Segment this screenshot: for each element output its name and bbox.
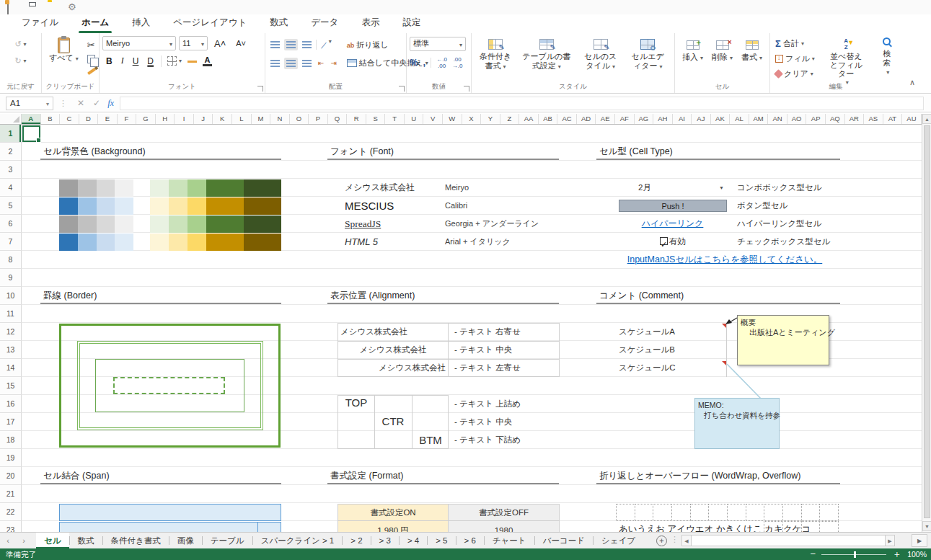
bg-swatch-cell[interactable]	[115, 179, 133, 197]
sheet-tab-9[interactable]: > 4	[400, 533, 427, 548]
wordwrap-empty-cell[interactable]	[671, 504, 691, 521]
checkbox-cell[interactable]: 有効	[660, 233, 686, 251]
wordwrap-empty-cell[interactable]	[801, 504, 821, 521]
bg-swatch-cell[interactable]	[169, 197, 187, 215]
scroll-left-icon[interactable]: ◀	[682, 535, 691, 546]
scroll-up-icon[interactable]: ▲	[922, 114, 931, 124]
bg-swatch-cell[interactable]	[187, 197, 206, 215]
comment-note-blue[interactable]: MEMO: 打ち合わせ資料を持参	[694, 398, 780, 449]
bg-swatch-cell[interactable]	[115, 234, 133, 251]
prev-sheet-icon[interactable]: ‹	[0, 533, 16, 548]
sheet-tab-1[interactable]: セル	[36, 533, 69, 548]
bg-swatch-cell[interactable]	[169, 234, 187, 251]
zoom-slider-thumb[interactable]	[854, 551, 856, 558]
bg-swatch-cell[interactable]	[150, 234, 169, 251]
zoom-in-icon[interactable]: ＋	[892, 549, 901, 559]
sheet-tab-7[interactable]: > 2	[343, 533, 370, 548]
valign-bottom-cell[interactable]: BTM	[413, 433, 448, 451]
sheet-tab-8[interactable]: > 3	[371, 533, 399, 548]
wordwrap-empty-cell[interactable]	[819, 504, 839, 521]
halign-left-cell[interactable]: メシウス株式会社	[340, 323, 446, 341]
halign-center-cell[interactable]: メシウス株式会社	[340, 341, 446, 359]
schedule-c-cell[interactable]: スケジュールC	[619, 359, 676, 377]
wordwrap-empty-cell[interactable]	[764, 504, 783, 521]
bg-swatch-cell[interactable]	[59, 234, 78, 251]
font-sample-calibri[interactable]: MESCIUS	[345, 197, 394, 215]
wordwrap-empty-cell[interactable]	[635, 504, 654, 521]
merged-span-cell[interactable]	[59, 504, 281, 521]
vertical-scroll-thumb[interactable]	[924, 125, 930, 518]
sheet-tab-6[interactable]: スパークライン > 1	[253, 533, 343, 548]
sheet-tab-12[interactable]: チャート	[485, 533, 534, 548]
sheet-tab-11[interactable]: > 6	[456, 533, 484, 548]
bg-swatch-cell[interactable]	[244, 234, 281, 251]
bg-swatch-cell[interactable]	[169, 179, 187, 197]
horizontal-scrollbar[interactable]: ◀ ▶	[681, 535, 895, 546]
inputmanjs-link[interactable]: InputManJSセルはこちらを参照してください。	[606, 251, 844, 269]
bg-swatch-cell[interactable]	[97, 179, 115, 197]
bg-swatch-cell[interactable]	[115, 197, 133, 215]
font-sample-georgia[interactable]: SpreadJS	[345, 215, 381, 233]
schedule-b-cell[interactable]: スケジュールB	[619, 341, 675, 359]
wordwrap-empty-cell[interactable]	[708, 504, 728, 521]
format-on-value-cell[interactable]: 1,980 円	[337, 520, 449, 532]
next-sheet-icon[interactable]: ›	[16, 533, 32, 548]
combo-dropdown-icon[interactable]: ▼	[719, 185, 724, 190]
horizontal-scroll-thumb[interactable]	[691, 535, 886, 546]
combo-cell-value[interactable]: 2月	[638, 179, 651, 197]
comment-indicator-icon[interactable]	[722, 324, 726, 328]
zoom-level[interactable]: 100%	[907, 550, 927, 559]
zoom-slider[interactable]	[821, 554, 886, 555]
scroll-right-icon[interactable]: ▶	[886, 535, 894, 546]
bg-swatch-cell[interactable]	[59, 179, 78, 197]
tab-splitter-icon[interactable]: ⋮	[671, 535, 679, 544]
sheet-tab-2[interactable]: 数式	[70, 533, 102, 548]
wordwrap-empty-cell[interactable]	[653, 504, 672, 521]
bg-swatch-cell[interactable]	[187, 234, 206, 251]
bg-swatch-cell[interactable]	[150, 179, 169, 197]
valign-top-cell[interactable]: TOP	[339, 396, 374, 414]
bg-swatch-cell[interactable]	[150, 197, 169, 215]
tab-scroll-right-icon[interactable]: ▶	[912, 534, 927, 547]
span-cell[interactable]	[59, 522, 258, 532]
zoom-out-icon[interactable]: −	[811, 549, 816, 559]
sheet-tab-4[interactable]: 画像	[169, 533, 202, 548]
bg-swatch-cell[interactable]	[78, 234, 97, 251]
wordwrap-empty-cell[interactable]	[690, 504, 710, 521]
bg-swatch-cell[interactable]	[78, 197, 97, 215]
bg-swatch-cell[interactable]	[97, 215, 115, 233]
wordwrap-empty-cell[interactable]	[782, 504, 802, 521]
comment-indicator-icon[interactable]	[722, 361, 726, 365]
bg-swatch-cell[interactable]	[78, 179, 97, 197]
add-sheet-icon[interactable]: +	[656, 535, 667, 546]
comment-note-yellow[interactable]: 概要 出版社Aとミーティング	[737, 315, 829, 365]
schedule-a-cell[interactable]: スケジュールA	[619, 323, 675, 341]
span-cell[interactable]	[257, 522, 281, 532]
bg-swatch-cell[interactable]	[244, 215, 281, 233]
bg-swatch-cell[interactable]	[206, 179, 244, 197]
format-off-header-cell[interactable]: 書式設定OFF	[448, 504, 560, 521]
bg-swatch-cell[interactable]	[187, 179, 206, 197]
sheet-tab-5[interactable]: テーブル	[203, 533, 252, 548]
bg-swatch-cell[interactable]	[59, 197, 78, 215]
push-button-cell[interactable]: Push !	[619, 200, 727, 212]
bg-swatch-cell[interactable]	[115, 215, 133, 233]
bg-swatch-cell[interactable]	[206, 197, 244, 215]
wordwrap-empty-cell[interactable]	[727, 504, 746, 521]
format-on-header-cell[interactable]: 書式設定ON	[337, 504, 449, 521]
halign-right-cell[interactable]: メシウス株式会社	[340, 359, 446, 377]
sheet-tab-13[interactable]: バーコード	[535, 533, 593, 548]
bg-swatch-cell[interactable]	[244, 179, 281, 197]
hyperlink-cell[interactable]: ハイパーリンク	[617, 215, 728, 233]
bg-swatch-cell[interactable]	[150, 215, 169, 233]
bg-swatch-cell[interactable]	[169, 215, 187, 233]
bg-swatch-cell[interactable]	[187, 215, 206, 233]
bg-swatch-cell[interactable]	[244, 197, 281, 215]
bg-swatch-cell[interactable]	[97, 234, 115, 251]
sheet-tab-10[interactable]: > 5	[428, 533, 455, 548]
format-off-value-cell[interactable]: 1980	[448, 520, 560, 532]
valign-center-cell[interactable]: CTR	[376, 414, 410, 432]
bg-swatch-cell[interactable]	[78, 215, 97, 233]
sheet-tab-3[interactable]: 条件付き書式	[103, 533, 169, 548]
bg-swatch-cell[interactable]	[59, 215, 78, 233]
